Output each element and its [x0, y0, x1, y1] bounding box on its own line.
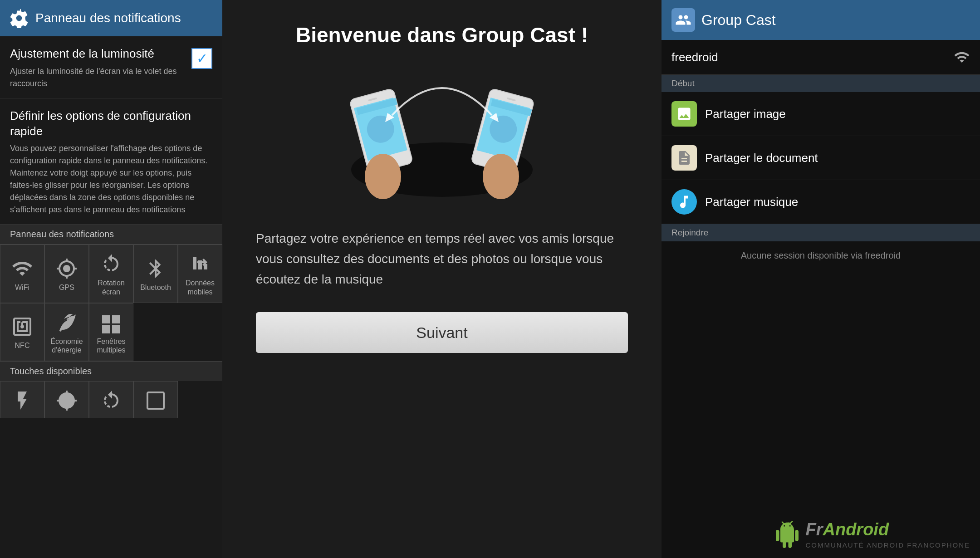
- left-header: Panneau des notifications: [0, 0, 222, 36]
- partager-image-icon: [671, 101, 697, 127]
- mobile-data-label: Données mobiles: [182, 279, 218, 296]
- image-icon: [676, 106, 692, 122]
- wifi-icon-right: [954, 49, 970, 65]
- partager-musique-icon: [671, 189, 697, 215]
- partager-musique-item[interactable]: Partager musique: [662, 180, 980, 224]
- partager-document-item[interactable]: Partager le document: [662, 136, 980, 180]
- rotation-label: Rotation écran: [93, 279, 129, 296]
- partager-image-label: Partager image: [705, 107, 786, 121]
- brightness-title: Ajustement de la luminosité: [10, 46, 186, 62]
- multi-window-toggle[interactable]: Fenêtres multiples: [89, 303, 133, 361]
- middle-description: Partagez votre expérience en temps réel …: [256, 229, 628, 289]
- group-cast-icon-svg: [675, 12, 691, 28]
- frandroid-subtitle: COMMUNAUTÉ ANDROID FRANCOPHONE: [805, 541, 970, 549]
- nfc-toggle[interactable]: NFC: [0, 303, 44, 361]
- wifi-toggle[interactable]: WiFi: [0, 245, 44, 303]
- right-header: Group Cast: [662, 0, 980, 40]
- frandroid-logo: FrAndroid: [805, 520, 970, 539]
- svg-point-13: [365, 154, 401, 199]
- eco-icon: [56, 312, 78, 333]
- gear-icon: [9, 8, 29, 28]
- wifi-icon: [11, 258, 33, 279]
- second-row-icons: NFC Économie d'énergie Fenêtres multiple…: [0, 303, 222, 361]
- svg-point-14: [483, 154, 519, 199]
- suivant-button[interactable]: Suivant: [256, 312, 628, 353]
- brightness-checkbox[interactable]: ✓: [191, 48, 212, 69]
- power-save-toggle[interactable]: Économie d'énergie: [44, 303, 89, 361]
- quick-icons-grid: WiFi GPS Rotation écran Bl: [0, 244, 222, 303]
- brightness-desc: Ajuster la luminosité de l'écran via le …: [10, 65, 186, 90]
- bottom-icon-2-svg: [56, 390, 78, 411]
- network-row: freedroid: [662, 40, 980, 75]
- partager-document-icon: [671, 145, 697, 171]
- quick-config-desc: Vous pouvez personnaliser l'affichage de…: [10, 142, 212, 216]
- middle-panel: Bienvenue dans Group Cast !: [222, 0, 662, 558]
- quick-config-title: Définir les options de configuration rap…: [10, 108, 212, 139]
- panel-label: Panneau des notifications: [0, 225, 222, 244]
- right-panel-title: Group Cast: [701, 12, 776, 29]
- checkmark-symbol: ✓: [196, 52, 208, 65]
- frandroid-watermark: FrAndroid COMMUNAUTÉ ANDROID FRANCOPHONE: [662, 511, 980, 558]
- mobile-data-toggle[interactable]: Données mobiles: [178, 245, 222, 303]
- eco-label: Économie d'énergie: [49, 337, 85, 354]
- bluetooth-label: Bluetooth: [140, 283, 171, 292]
- bluetooth-icon: [145, 258, 167, 279]
- partager-document-label: Partager le document: [705, 151, 818, 165]
- gps-icon: [56, 258, 78, 279]
- rejoindre-divider: Rejoindre: [662, 224, 980, 241]
- bottom-icon-4-svg: [145, 390, 167, 411]
- debut-divider: Début: [662, 75, 980, 92]
- left-panel: Panneau des notifications Ajustement de …: [0, 0, 222, 558]
- network-name: freedroid: [671, 50, 718, 64]
- mobile-data-icon: [189, 253, 211, 275]
- bottom-icon-3[interactable]: [89, 381, 133, 418]
- gps-label: GPS: [59, 283, 74, 292]
- gps-toggle[interactable]: GPS: [44, 245, 89, 303]
- partager-musique-label: Partager musique: [705, 195, 798, 209]
- bottom-icon-1[interactable]: [0, 381, 44, 418]
- rotation-toggle[interactable]: Rotation écran: [89, 245, 133, 303]
- document-icon: [676, 150, 692, 166]
- welcome-title: Bienvenue dans Group Cast !: [296, 23, 588, 47]
- music-icon: [676, 194, 692, 210]
- wifi-label: WiFi: [15, 283, 29, 292]
- left-panel-title: Panneau des notifications: [35, 11, 181, 25]
- nfc-label: NFC: [15, 341, 30, 350]
- rotation-icon: [100, 253, 122, 275]
- multi-window-label: Fenêtres multiples: [93, 337, 129, 354]
- bottom-icons-grid: [0, 381, 222, 418]
- brightness-section: Ajustement de la luminosité Ajuster la l…: [0, 36, 222, 98]
- nfc-icon: [11, 316, 33, 338]
- partager-image-item[interactable]: Partager image: [662, 92, 980, 136]
- bluetooth-toggle[interactable]: Bluetooth: [133, 245, 178, 303]
- android-robot-icon: [774, 521, 801, 548]
- phones-illustration: [333, 61, 551, 215]
- bottom-icon-3-svg: [100, 390, 122, 411]
- multi-window-icon: [100, 312, 122, 333]
- bottom-icon-2[interactable]: [44, 381, 89, 418]
- left-content: Ajustement de la luminosité Ajuster la l…: [0, 36, 222, 558]
- no-session-text: Aucune session disponible via freedroid: [662, 241, 980, 270]
- bottom-icon-4[interactable]: [133, 381, 178, 418]
- right-panel: Group Cast freedroid Début Partager imag…: [662, 0, 980, 558]
- quick-config-section: Définir les options de configuration rap…: [0, 98, 222, 225]
- bottom-icon-1-svg: [11, 390, 33, 411]
- group-cast-icon: [671, 8, 695, 32]
- available-bar: Touches disponibles: [0, 361, 222, 381]
